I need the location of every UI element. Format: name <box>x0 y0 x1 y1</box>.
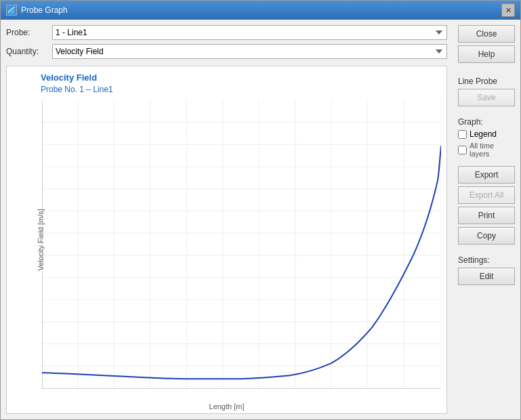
app-icon <box>6 5 17 16</box>
chart-svg: 3.90 3.60 3.30 3.00 2.70 2.40 2.10 1.80 … <box>42 100 441 389</box>
quantity-label: Quantity: <box>6 47 47 56</box>
quantity-select[interactable]: Velocity Field <box>52 44 447 59</box>
print-button[interactable]: Print <box>458 207 515 224</box>
help-button[interactable]: Help <box>458 45 515 63</box>
chart-container: Velocity Field Probe No. 1 – Line1 Veloc… <box>6 66 447 414</box>
title-bar-left: Probe Graph <box>6 5 68 16</box>
probe-select[interactable]: 1 - Line1 <box>52 25 447 40</box>
main-window: Probe Graph ✕ Probe: 1 - Line1 Quantity:… <box>0 0 521 420</box>
chart-area: 3.90 3.60 3.30 3.00 2.70 2.40 2.10 1.80 … <box>42 100 441 389</box>
legend-checkbox[interactable] <box>458 130 467 139</box>
legend-row: Legend <box>458 129 515 139</box>
all-time-layers-checkbox[interactable] <box>458 146 467 154</box>
graph-section-label: Graph: <box>458 117 515 127</box>
window-close-button[interactable]: ✕ <box>501 3 515 17</box>
chart-title: Velocity Field Probe No. 1 – Line1 <box>41 72 113 96</box>
right-panel: Close Help Line Probe Save Graph: Legend… <box>453 20 520 419</box>
probe-label: Probe: <box>6 28 47 37</box>
save-button[interactable]: Save <box>458 89 515 106</box>
quantity-row: Quantity: Velocity Field <box>6 44 447 59</box>
probe-row: Probe: 1 - Line1 <box>6 25 447 40</box>
line-probe-section-label: Line Probe <box>458 77 515 86</box>
close-button[interactable]: Close <box>458 25 515 43</box>
all-time-layers-label: All time layers <box>470 142 515 158</box>
settings-section-label: Settings: <box>458 255 515 265</box>
chart-subtitle: Probe No. 1 – Line1 <box>41 84 113 96</box>
content-area: Probe: 1 - Line1 Quantity: Velocity Fiel… <box>1 20 520 419</box>
export-button[interactable]: Export <box>458 166 515 184</box>
copy-button[interactable]: Copy <box>458 227 515 245</box>
left-panel: Probe: 1 - Line1 Quantity: Velocity Fiel… <box>1 20 453 419</box>
all-time-layers-row: All time layers <box>458 142 515 158</box>
legend-label: Legend <box>470 129 497 139</box>
x-axis-label: Length [m] <box>209 402 245 411</box>
edit-button[interactable]: Edit <box>458 268 515 285</box>
window-title: Probe Graph <box>21 5 68 15</box>
export-all-button[interactable]: Export All <box>458 186 515 204</box>
title-bar: Probe Graph ✕ <box>1 1 520 20</box>
